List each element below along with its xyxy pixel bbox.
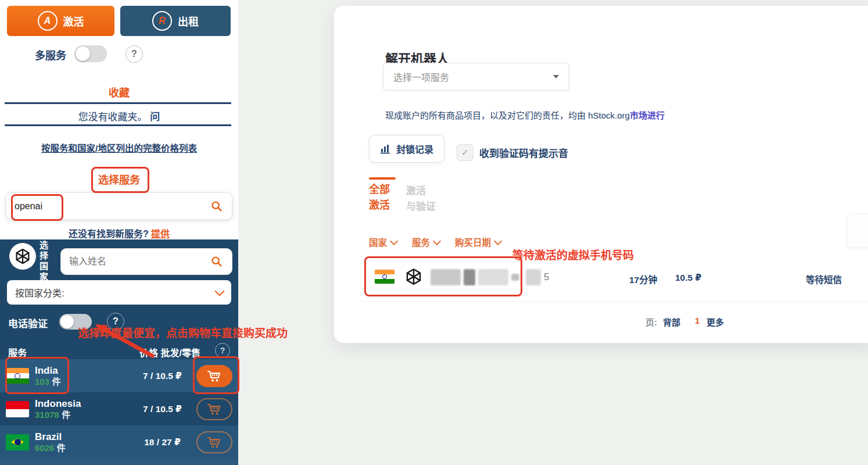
country-row-india[interactable]: India 103 件 7 / 10.5 ₽	[0, 359, 238, 392]
filter-country[interactable]: 国家	[369, 235, 397, 248]
rent-icon: R	[152, 11, 172, 31]
sound-checkbox-label: 收到验证码有提示音	[479, 145, 568, 160]
search-icon[interactable]	[211, 201, 223, 212]
country-category-select[interactable]: 按国家分类:	[7, 280, 231, 305]
country-name-search-box	[60, 248, 232, 275]
tab-label-line: 与验证	[406, 199, 436, 214]
sound-checkbox[interactable]: ✓	[457, 144, 474, 161]
favorites-empty-text: 您没有收藏夹。	[78, 112, 148, 123]
country-count: 31078	[35, 410, 59, 420]
count-unit: 件	[52, 377, 60, 387]
country-panel: 选择国家 按国家分类: 电话验证 ? 服务 价格 批发/零售 ?	[0, 239, 238, 465]
service-select[interactable]: 选择一项服务	[383, 63, 569, 90]
offer-link[interactable]: 提供	[151, 229, 170, 239]
masked-digit: 5	[544, 271, 549, 283]
tab-activation-verification[interactable]: 激活 与验证	[406, 183, 436, 214]
chevron-down-icon	[215, 286, 225, 296]
rent-tab-button[interactable]: R 出租	[120, 6, 231, 36]
filter-label: 服务	[412, 235, 430, 248]
country-row-indonesia[interactable]: Indonesia 31078 件 7 / 10.5 ₽	[0, 392, 238, 425]
pagination-more[interactable]: 更多	[706, 316, 724, 328]
activation-status: 等待短信	[806, 273, 842, 285]
activation-row[interactable]: 5 17分钟 10.5 ₽ 等待短信	[334, 260, 868, 296]
notice-link[interactable]: 市场进行	[630, 110, 665, 120]
pagination-current: 1	[695, 316, 700, 326]
tab-all-activations[interactable]: 全部 激活	[369, 182, 390, 213]
ask-link[interactable]: 问	[150, 112, 160, 123]
multi-service-help-icon[interactable]: ?	[125, 45, 143, 63]
service-search-input[interactable]	[6, 201, 211, 212]
price-help-icon[interactable]: ?	[215, 343, 230, 358]
country-price: 7 / 10.5 ₽	[135, 371, 190, 381]
partial-row	[0, 459, 238, 465]
masked-phone-number: 5	[431, 269, 549, 285]
activation-time: 17分钟	[629, 273, 657, 285]
active-tab-indicator	[369, 177, 396, 180]
filter-label: 购买日期	[455, 235, 491, 248]
favorites-empty-line: 您没有收藏夹。 问	[0, 109, 238, 123]
phone-verification-label: 电话验证	[8, 316, 48, 330]
count-unit: 件	[62, 410, 70, 420]
india-flag-icon	[375, 270, 394, 284]
choose-service-label: 选择服务	[0, 171, 238, 187]
service-column-header: 服务	[8, 345, 27, 359]
country-name: India	[35, 365, 61, 376]
pagination-label: 页:	[645, 316, 657, 328]
filters-row: 国家 服务 购买日期	[369, 235, 501, 248]
activate-icon: A	[38, 11, 58, 31]
service-select-value: 选择一项服务	[393, 70, 449, 84]
marketplace-notice: 现成账户的所有商品项目，以及对它们的责任，均由 hStock.org市场进行	[385, 109, 665, 121]
chevron-down-icon	[390, 237, 398, 245]
main-card: 解开机器人 选择一项服务 现成账户的所有商品项目，以及对它们的责任，均由 hSt…	[334, 6, 868, 343]
page: A 激活 R 出租 多服务 ? 收藏 您没有收藏夹。 问 按服务和国家/地区列出…	[0, 0, 868, 465]
cart-icon	[207, 370, 222, 382]
country-row-brazil[interactable]: Brazil 6026 件 18 / 27 ₽	[0, 425, 238, 459]
lock-history-label: 封锁记录	[396, 142, 433, 156]
india-flag-icon	[6, 368, 29, 384]
divider	[357, 301, 868, 302]
edge-button[interactable]	[847, 214, 868, 248]
count-unit: 件	[57, 443, 66, 453]
rent-tab-label: 出租	[178, 13, 199, 28]
not-found-text: 还没有找到新服务?	[69, 229, 149, 239]
filter-purchase-date[interactable]: 购买日期	[455, 235, 501, 248]
country-count: 6026	[35, 443, 54, 453]
tab-label-line: 全部	[369, 182, 390, 198]
multi-service-label: 多服务	[35, 47, 66, 62]
cart-icon	[207, 436, 222, 449]
not-found-line: 还没有找到新服务? 提供	[0, 226, 238, 240]
tab-label-line: 激活	[406, 183, 436, 199]
search-icon[interactable]	[211, 256, 223, 267]
pagination-back[interactable]: 背部	[663, 316, 680, 328]
toggle-knob	[76, 46, 90, 61]
country-price: 7 / 10.5 ₽	[135, 404, 190, 414]
openai-logo-icon	[9, 243, 36, 270]
buy-cart-button-indonesia[interactable]	[196, 398, 232, 420]
country-count: 103	[35, 377, 49, 387]
multi-service-toggle[interactable]	[74, 45, 107, 62]
full-price-list-link[interactable]: 按服务和国家/地区列出的完整价格列表	[0, 141, 238, 154]
country-price: 18 / 27 ₽	[135, 437, 190, 448]
divider	[5, 124, 231, 126]
bar-chart-icon	[380, 144, 392, 154]
buy-cart-button-india[interactable]	[196, 365, 232, 387]
chevron-down-icon	[433, 237, 441, 245]
country-name: Brazil	[35, 431, 66, 442]
activate-tab-button[interactable]: A 激活	[7, 6, 114, 36]
chevron-down-icon	[494, 237, 502, 245]
brazil-flag-icon	[6, 434, 29, 450]
lock-history-button[interactable]: 封锁记录	[369, 135, 444, 163]
service-search-box	[6, 192, 232, 220]
price-column-header: 价格 批发/零售	[139, 345, 200, 359]
filter-label: 国家	[369, 235, 387, 248]
tab-label-line: 激活	[369, 198, 390, 213]
buy-cart-button-brazil[interactable]	[196, 431, 232, 453]
activation-price: 10.5 ₽	[675, 273, 701, 283]
country-name-input[interactable]	[61, 256, 211, 267]
sidebar: A 激活 R 出租 多服务 ? 收藏 您没有收藏夹。 问 按服务和国家/地区列出…	[0, 0, 238, 465]
filter-service[interactable]: 服务	[412, 235, 440, 248]
notice-text: 现成账户的所有商品项目，以及对它们的责任，均由 hStock.org	[385, 110, 630, 120]
country-category-label: 按国家分类:	[15, 285, 64, 299]
toggle-knob	[60, 315, 74, 328]
dropdown-caret-icon	[553, 75, 559, 78]
